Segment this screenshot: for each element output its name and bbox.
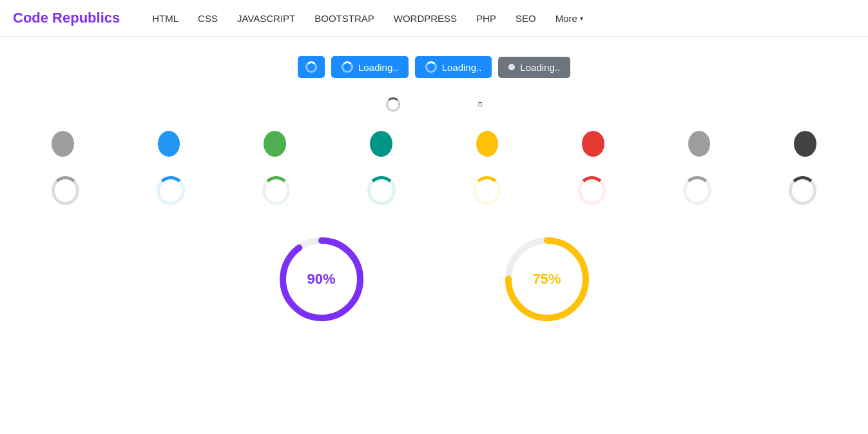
nav-css[interactable]: CSS	[198, 13, 218, 24]
chevron-down-icon: ▾	[580, 15, 583, 22]
dot-red	[582, 131, 604, 157]
dot-icon	[508, 64, 515, 70]
progress-circle-90: 90%	[273, 231, 370, 328]
nav-wordpress[interactable]: WORDPRESS	[394, 13, 457, 24]
dot-gray2	[688, 131, 711, 157]
progress-circles-row: 90% 75%	[273, 231, 595, 328]
progress-circle-75: 75%	[499, 231, 595, 328]
loading-btn-2[interactable]: Loading..	[415, 56, 492, 78]
dot-yellow	[476, 131, 499, 157]
big-spinners-row	[13, 176, 855, 205]
big-spinner-dark	[789, 176, 816, 205]
spinner-icon	[425, 61, 437, 73]
loading-btn-icon-only[interactable]	[298, 56, 325, 78]
loading-label-2: Loading..	[442, 62, 482, 73]
big-spinner-yellow	[473, 176, 501, 205]
tiny-spinner-2	[477, 102, 483, 107]
spinner-icon	[305, 61, 317, 73]
dot-gray	[52, 131, 74, 157]
main-content: Loading.. Loading.. Loading..	[0, 37, 868, 347]
progress-label-90: 90%	[307, 271, 335, 288]
loading-btn-1[interactable]: Loading..	[331, 56, 409, 78]
big-spinner-blue	[157, 176, 184, 205]
progress-label-75: 75%	[532, 271, 561, 288]
brand-logo[interactable]: Code Republics	[13, 10, 120, 26]
dot-blue	[158, 131, 180, 157]
nav-bootstrap[interactable]: BOOTSTRAP	[314, 13, 374, 24]
more-label: More	[555, 13, 577, 24]
big-spinner-gray2	[683, 176, 711, 205]
dot-green	[264, 131, 286, 157]
small-spinners-row	[13, 97, 855, 112]
big-spinner-teal	[367, 176, 395, 205]
loading-label-1: Loading..	[358, 62, 398, 73]
dot-teal	[370, 131, 392, 157]
tiny-spinner-1	[386, 97, 400, 112]
big-spinner-green	[262, 176, 290, 205]
dot-dark	[794, 131, 816, 157]
loading-btn-3[interactable]: Loading..	[498, 57, 570, 78]
color-dots-row	[13, 131, 855, 157]
nav-javascript[interactable]: JAVASCRIPT	[237, 13, 295, 24]
nav-html[interactable]: HTML	[152, 13, 178, 24]
big-spinner-gray	[52, 176, 79, 205]
nav-seo[interactable]: SEO	[516, 13, 536, 24]
navbar: Code Republics HTML CSS JAVASCRIPT BOOTS…	[0, 0, 868, 37]
spinner-icon	[342, 61, 353, 73]
more-dropdown[interactable]: More ▾	[555, 13, 583, 24]
nav-php[interactable]: PHP	[476, 13, 496, 24]
loading-buttons-row: Loading.. Loading.. Loading..	[298, 56, 570, 78]
loading-label-3: Loading..	[520, 62, 560, 73]
big-spinner-red	[578, 176, 606, 205]
